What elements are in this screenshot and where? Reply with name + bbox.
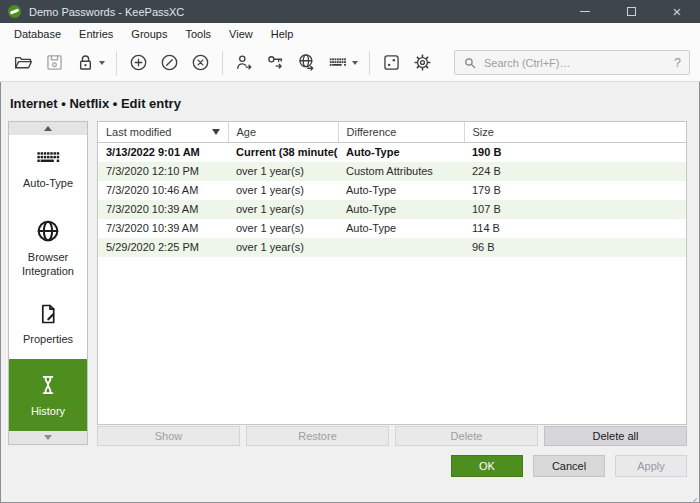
open-database-button[interactable]	[9, 48, 38, 78]
sidebar-scroll-down-button[interactable]	[9, 431, 87, 444]
cell-size: 224 B	[464, 162, 686, 181]
copy-url-button[interactable]	[292, 48, 321, 78]
dice-icon	[381, 52, 402, 73]
sidebar-item-label: Auto-Type	[23, 177, 73, 191]
cell-size: 190 B	[464, 142, 686, 162]
show-button[interactable]: Show	[97, 426, 240, 446]
chevron-down-icon	[44, 435, 52, 440]
restore-button[interactable]: Restore	[246, 426, 389, 446]
edit-entry-button[interactable]	[155, 48, 184, 78]
window-controls: ×	[562, 0, 700, 23]
cell-last-modified: 3/13/2022 9:01 AM	[98, 142, 228, 162]
close-icon: ×	[673, 4, 682, 19]
cell-size: 107 B	[464, 200, 686, 219]
globe-arrow-icon	[296, 52, 317, 73]
minimize-button[interactable]	[562, 0, 608, 23]
cell-size: 179 B	[464, 181, 686, 200]
sidebar-item-label: Browser Integration	[11, 251, 85, 279]
maximize-icon	[627, 7, 636, 16]
user-arrow-icon	[234, 52, 255, 73]
sort-descending-icon	[212, 129, 220, 135]
cell-last-modified: 7/3/2020 10:39 AM	[98, 219, 228, 238]
history-row[interactable]: 7/3/2020 10:39 AMover 1 year(s)Auto-Type…	[98, 219, 686, 238]
cell-last-modified: 7/3/2020 10:39 AM	[98, 200, 228, 219]
cell-age: Current (38 minute(s))	[228, 142, 338, 162]
settings-button[interactable]	[408, 48, 437, 78]
menubar: DatabaseEntriesGroupsToolsViewHelp	[0, 23, 700, 44]
minimize-icon	[580, 11, 590, 12]
menu-item-help[interactable]: Help	[262, 25, 303, 43]
history-row[interactable]: 5/29/2020 2:25 PMover 1 year(s)96 B	[98, 238, 686, 257]
menu-item-database[interactable]: Database	[5, 25, 70, 43]
history-row[interactable]: 7/3/2020 12:10 PMover 1 year(s)Custom At…	[98, 162, 686, 181]
breadcrumb: Internet • Netflix • Edit entry	[0, 82, 700, 121]
cell-age: over 1 year(s)	[228, 219, 338, 238]
column-header-size[interactable]: Size	[464, 122, 686, 142]
keyboard-icon	[327, 52, 349, 74]
history-row[interactable]: 3/13/2022 9:01 AMCurrent (38 minute(s))A…	[98, 142, 686, 162]
history-row[interactable]: 7/3/2020 10:46 AMover 1 year(s)Auto-Type…	[98, 181, 686, 200]
delete-all-button[interactable]: Delete all	[544, 426, 687, 446]
column-header-age[interactable]: Age	[228, 122, 338, 142]
chevron-down-icon	[99, 61, 105, 65]
key-arrow-icon	[265, 52, 286, 73]
toolbar: ?	[0, 44, 700, 82]
pencil-circle-icon	[159, 52, 180, 73]
save-database-button[interactable]	[40, 48, 69, 78]
menu-item-entries[interactable]: Entries	[70, 25, 122, 43]
toolbar-separator	[222, 51, 223, 75]
cell-age: over 1 year(s)	[228, 162, 338, 181]
maximize-button[interactable]	[608, 0, 654, 23]
globe-icon	[35, 218, 61, 244]
ok-button[interactable]: OK	[451, 455, 523, 477]
close-button[interactable]: ×	[654, 0, 700, 23]
chevron-up-icon	[44, 126, 52, 131]
apply-button[interactable]: Apply	[615, 455, 687, 477]
sidebar-scroll-up-button[interactable]	[9, 122, 87, 135]
cell-difference: Auto-Type	[338, 142, 464, 162]
copy-password-button[interactable]	[261, 48, 290, 78]
history-header-row: Last modifiedAgeDifferenceSize	[98, 122, 686, 142]
column-header-last-modified[interactable]: Last modified	[98, 122, 228, 142]
sidebar-item-properties[interactable]: Properties	[9, 290, 87, 360]
search-input[interactable]	[484, 57, 667, 69]
toolbar-separator	[369, 51, 370, 75]
titlebar: Demo Passwords - KeePassXC ×	[0, 0, 700, 23]
delete-entry-button[interactable]	[186, 48, 215, 78]
window-title: Demo Passwords - KeePassXC	[29, 6, 184, 18]
lock-databases-button[interactable]	[71, 48, 109, 78]
cell-age: over 1 year(s)	[228, 238, 338, 257]
cell-last-modified: 5/29/2020 2:25 PM	[98, 238, 228, 257]
sidebar-item-auto-type[interactable]: Auto-Type	[9, 135, 87, 207]
menu-item-view[interactable]: View	[220, 25, 262, 43]
chevron-down-icon	[352, 61, 358, 65]
cell-size: 114 B	[464, 219, 686, 238]
floppy-disk-icon	[44, 52, 65, 73]
menu-item-tools[interactable]: Tools	[176, 25, 220, 43]
sidebar-item-history[interactable]: History	[9, 359, 87, 431]
password-generator-button[interactable]	[377, 48, 406, 78]
history-row[interactable]: 7/3/2020 10:39 AMover 1 year(s)Auto-Type…	[98, 200, 686, 219]
search-box[interactable]: ?	[454, 50, 690, 75]
cell-difference	[338, 238, 464, 257]
cell-age: over 1 year(s)	[228, 200, 338, 219]
perform-autotype-button[interactable]	[323, 48, 362, 78]
keepassxc-window: Demo Passwords - KeePassXC × DatabaseEnt…	[0, 0, 700, 503]
search-icon	[463, 56, 477, 70]
cancel-button[interactable]: Cancel	[533, 455, 605, 477]
delete-button[interactable]: Delete	[395, 426, 538, 446]
column-header-difference[interactable]: Difference	[338, 122, 464, 142]
cell-size: 96 B	[464, 238, 686, 257]
cell-difference: Custom Attributes	[338, 162, 464, 181]
lock-icon	[75, 52, 96, 73]
history-actions: ShowRestoreDeleteDelete all	[97, 426, 687, 446]
copy-username-button[interactable]	[230, 48, 259, 78]
cell-difference: Auto-Type	[338, 181, 464, 200]
sidebar-item-browser-integration[interactable]: Browser Integration	[9, 207, 87, 290]
add-entry-button[interactable]	[124, 48, 153, 78]
category-sidebar: Auto-Type Browser Integration Properties…	[8, 121, 88, 445]
menu-item-groups[interactable]: Groups	[122, 25, 176, 43]
resize-grip[interactable]	[686, 489, 697, 500]
keyboard-icon	[35, 150, 62, 170]
search-help-icon[interactable]: ?	[674, 56, 681, 70]
